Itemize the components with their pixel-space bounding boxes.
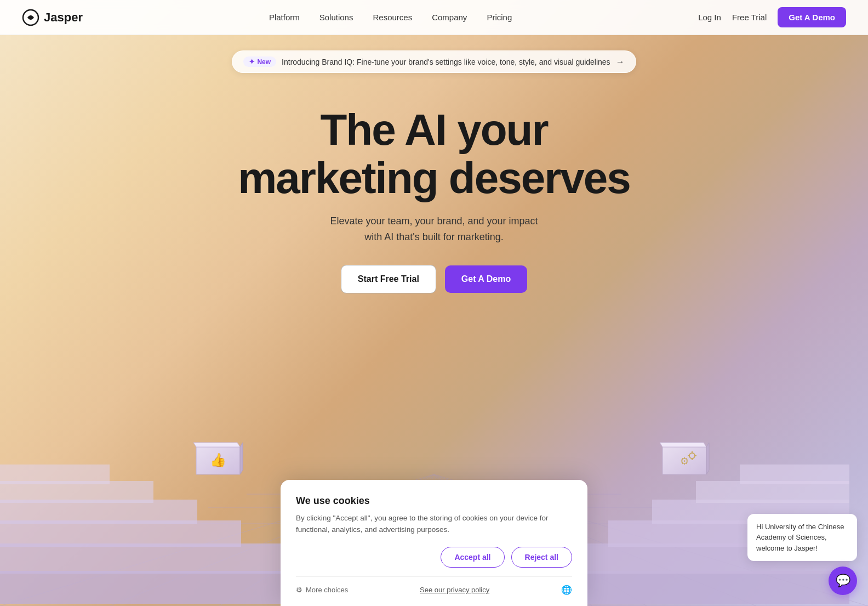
translate-icon: 🌐 xyxy=(561,585,572,595)
chat-widget: Hi University of the Chinese Academy of … xyxy=(747,514,857,596)
nav-actions: Log In Free Trial Get A Demo xyxy=(698,7,846,27)
jasper-logo-icon xyxy=(22,9,39,26)
svg-rect-24 xyxy=(0,465,110,484)
arrow-icon: → xyxy=(616,57,625,67)
svg-marker-32 xyxy=(193,443,240,447)
announcement-text: Introducing Brand IQ: Fine-tune your bra… xyxy=(282,58,610,66)
login-button[interactable]: Log In xyxy=(698,13,721,22)
navbar: Jasper Platform Solutions Resources Comp… xyxy=(0,0,868,35)
start-trial-button[interactable]: Start Free Trial xyxy=(341,265,436,293)
hero-headline: The AI your marketing deserves xyxy=(238,106,630,202)
nav-pricing[interactable]: Pricing xyxy=(487,13,512,22)
chat-open-button[interactable]: 💬 xyxy=(829,567,857,595)
nav-resources[interactable]: Resources xyxy=(373,13,412,22)
subtext-line1: Elevate your team, your brand, and your … xyxy=(330,216,538,226)
chat-icon: 💬 xyxy=(836,574,850,588)
get-demo-hero-button[interactable]: Get A Demo xyxy=(445,265,527,293)
svg-text:⚙: ⚙ xyxy=(680,456,689,467)
subtext-line2: with AI that's built for marketing. xyxy=(364,231,504,242)
svg-marker-36 xyxy=(660,443,706,447)
language-icon[interactable]: 🌐 xyxy=(561,585,572,595)
more-choices-section[interactable]: ⚙ More choices xyxy=(296,586,348,594)
headline-line2: marketing deserves xyxy=(238,154,630,202)
cookie-footer: ⚙ More choices See our privacy policy 🌐 xyxy=(296,576,572,595)
hubspot-tile: ⚙ xyxy=(657,436,712,480)
reject-all-button[interactable]: Reject all xyxy=(511,547,572,568)
nav-platform[interactable]: Platform xyxy=(269,13,300,22)
nav-solutions[interactable]: Solutions xyxy=(319,13,353,22)
hero-buttons: Start Free Trial Get A Demo xyxy=(238,265,630,293)
cookie-actions: Accept all Reject all xyxy=(296,547,572,568)
svg-marker-37 xyxy=(706,443,709,474)
hero-subtext: Elevate your team, your brand, and your … xyxy=(238,213,630,245)
svg-point-39 xyxy=(689,453,695,458)
free-trial-nav-button[interactable]: Free Trial xyxy=(732,13,767,22)
svg-rect-20 xyxy=(0,543,285,574)
svg-rect-29 xyxy=(696,481,849,503)
accept-all-button[interactable]: Accept all xyxy=(441,547,504,568)
svg-rect-23 xyxy=(0,481,153,503)
announcement-banner[interactable]: ✦ New Introducing Brand IQ: Fine-tune yo… xyxy=(232,50,636,73)
privacy-policy-link[interactable]: See our privacy policy xyxy=(420,586,489,594)
hero-content: The AI your marketing deserves Elevate y… xyxy=(216,106,652,293)
badge-new-text: New xyxy=(257,58,271,66)
more-choices-label: More choices xyxy=(306,586,348,594)
cookie-banner: We use cookies By clicking "Accept all",… xyxy=(281,480,587,606)
cookie-title: We use cookies xyxy=(296,495,572,507)
svg-rect-19 xyxy=(0,571,329,604)
sparkle-icon: ✦ xyxy=(249,58,255,66)
headline-line1: The AI your xyxy=(320,105,547,154)
svg-text:👍: 👍 xyxy=(210,452,226,468)
new-badge: ✦ New xyxy=(243,56,276,67)
chat-bubble: Hi University of the Chinese Academy of … xyxy=(747,514,857,562)
svg-marker-35 xyxy=(663,447,706,474)
logo[interactable]: Jasper xyxy=(22,9,83,26)
cookie-body: By clicking "Accept all", you agree to t… xyxy=(296,512,572,536)
svg-rect-21 xyxy=(0,520,241,547)
svg-rect-30 xyxy=(740,465,849,484)
svg-marker-31 xyxy=(196,447,240,474)
svg-rect-22 xyxy=(0,500,197,524)
nav-company[interactable]: Company xyxy=(432,13,467,22)
logo-text: Jasper xyxy=(44,10,83,25)
nav-links: Platform Solutions Resources Company Pri… xyxy=(269,13,512,22)
svg-marker-33 xyxy=(240,443,243,474)
get-demo-nav-button[interactable]: Get A Demo xyxy=(778,7,846,27)
thumbs-up-tile: 👍 xyxy=(191,436,245,480)
settings-icon: ⚙ xyxy=(296,586,302,594)
